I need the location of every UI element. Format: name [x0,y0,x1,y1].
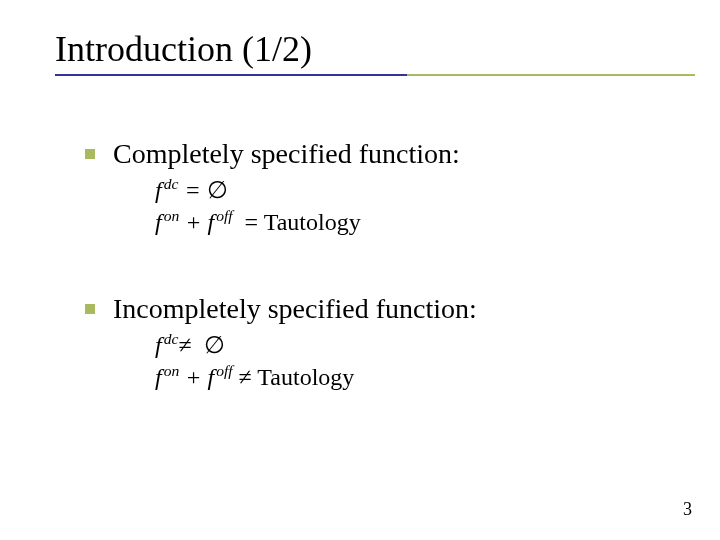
formula-1b: fon + foff = Tautology [155,207,680,237]
superscript-off: off [216,207,232,224]
var-f: f [155,177,162,203]
not-equals: ≠ [178,332,191,358]
emptyset-symbol: ∅ [204,332,225,358]
tautology-text: Tautology [264,209,361,235]
slide-body: Completely specified function: fdc = ∅ f… [85,136,680,392]
var-f-on: f [155,364,162,390]
title-block: Introduction (1/2) [55,28,695,76]
bullet-item-2: Incompletely specified function: [85,291,680,326]
superscript-off: off [216,362,232,379]
superscript-dc: dc [164,175,179,192]
tautology-text: Tautology [257,364,354,390]
bullet-icon [85,149,95,159]
superscript-on: on [164,207,180,224]
slide-title: Introduction (1/2) [55,28,695,70]
plus: + [185,364,201,390]
not-equals: ≠ [239,364,252,390]
var-f-off: f [207,364,214,390]
slide: Introduction (1/2) Completely specified … [0,0,720,540]
equals: = [245,209,259,235]
bullet-icon [85,304,95,314]
var-f: f [155,332,162,358]
bullet-text-2: Incompletely specified function: [113,291,477,326]
plus: + [185,209,201,235]
page-number: 3 [683,499,692,520]
var-f-on: f [155,209,162,235]
formula-2a: fdc≠ ∅ [155,330,680,360]
title-underline [55,74,695,76]
var-f-off: f [207,209,214,235]
superscript-dc: dc [164,330,179,347]
formula-2b: fon + foff ≠ Tautology [155,362,680,392]
equals: = [184,177,200,203]
emptyset-symbol: ∅ [207,177,228,203]
bullet-item-1: Completely specified function: [85,136,680,171]
formula-1a: fdc = ∅ [155,175,680,205]
superscript-on: on [164,362,180,379]
bullet-text-1: Completely specified function: [113,136,460,171]
